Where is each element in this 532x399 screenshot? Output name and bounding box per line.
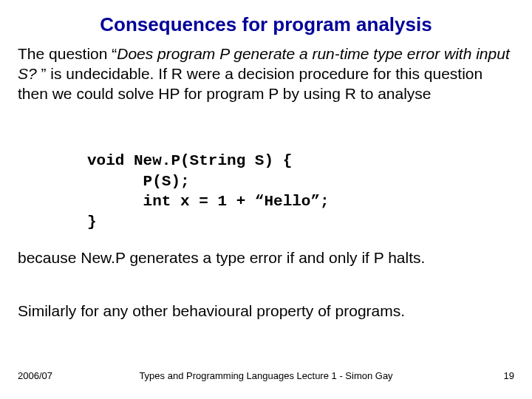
slide-title: Consequences for program analysis <box>0 13 532 36</box>
similarly-paragraph: Similarly for any other behavioural prop… <box>18 301 514 321</box>
slide: Consequences for program analysis The qu… <box>0 0 532 399</box>
footer-title: Types and Programming Languages Lecture … <box>18 370 514 381</box>
intro-paragraph: The question “Does program P generate a … <box>18 44 514 104</box>
code-block: void New.P(String S) { P(S); int x = 1 +… <box>87 151 330 233</box>
para1-text-a: The question “ <box>18 45 117 62</box>
footer: 2006/07 Types and Programming Languages … <box>18 370 514 381</box>
code-line-3: int x = 1 + “Hello”; <box>87 193 330 210</box>
para1-text-b: ” is undecidable. If R were a decision p… <box>18 65 482 102</box>
code-line-1: void New.P(String S) { <box>87 152 292 169</box>
code-line-2: P(S); <box>87 173 190 190</box>
conclusion-paragraph: because New.P generates a type error if … <box>18 248 514 268</box>
code-line-4: } <box>87 214 97 231</box>
